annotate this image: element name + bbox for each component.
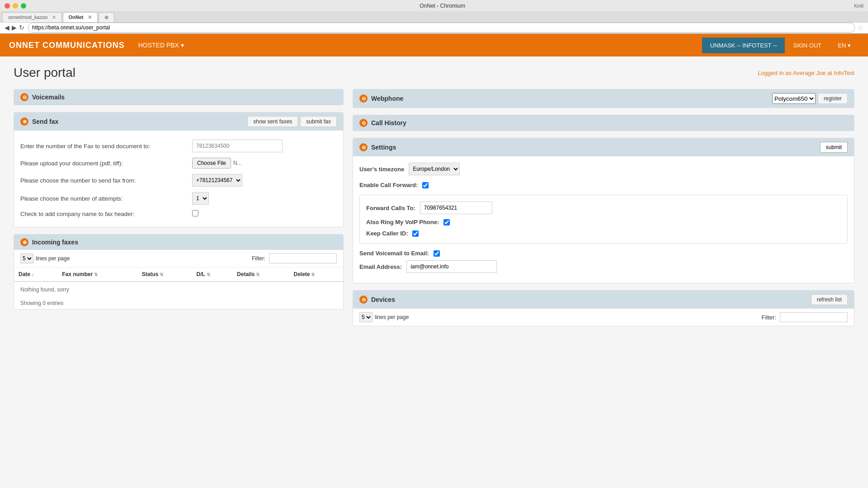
- settings-body: User's timezone Europe/London Enable Cal…: [353, 156, 854, 283]
- col-status[interactable]: Status: [137, 267, 192, 282]
- navbar: ONNET COMMUNICATIONS HOSTED PBX UNMASK -…: [0, 34, 868, 56]
- settings-icon: ⊖: [359, 143, 368, 151]
- submit-fax-button[interactable]: submit fax: [300, 116, 337, 127]
- call-forward-row: Enable Call Forward:: [359, 182, 848, 188]
- voicemail-email-row: Send Voicemail to Email:: [359, 250, 848, 257]
- address-bar-input[interactable]: [28, 23, 855, 33]
- fax-panel-actions: show sent faxes submit fax: [247, 116, 337, 127]
- keep-caller-id-label: Keep Caller ID:: [366, 230, 408, 237]
- browser-tabs: onnet/mod_kazoo ✕ OnNet ✕ ⊕: [0, 11, 868, 22]
- refresh-button[interactable]: ↻: [19, 24, 24, 31]
- tab-1[interactable]: onnet/mod_kazoo ✕: [2, 12, 62, 22]
- col-delete[interactable]: Delete: [289, 267, 344, 282]
- col-fax-number[interactable]: Fax number: [57, 267, 137, 282]
- lines-per-page-select[interactable]: 5: [20, 253, 33, 263]
- send-fax-title: Send fax: [32, 118, 58, 125]
- also-ring-checkbox[interactable]: [443, 219, 450, 225]
- send-from-label: Please choose the number to send fax fro…: [20, 177, 192, 184]
- col-details[interactable]: Details: [232, 267, 289, 282]
- also-ring-label: Also Ring My VoIP Phone:: [366, 219, 439, 225]
- upload-label: Please upload your document (pdf, tiff):: [20, 160, 192, 167]
- voicemail-email-checkbox[interactable]: [434, 250, 440, 257]
- company-name-label: Check to add company name to fax header:: [20, 211, 192, 217]
- webphone-panel: ⊖ Webphone Polycom650 register: [353, 89, 854, 108]
- col-dl[interactable]: D/L: [192, 267, 232, 282]
- webphone-device-select[interactable]: Polycom650: [772, 93, 816, 104]
- left-column: ⊖ Voicemails ⊕ Send fax show sent faxes …: [14, 89, 344, 326]
- showing-entries: Showing 0 entries: [14, 297, 343, 309]
- devices-actions: refresh list: [811, 294, 848, 305]
- navbar-menu[interactable]: HOSTED PBX: [138, 42, 184, 49]
- tab-3[interactable]: ⊕: [99, 12, 114, 22]
- send-from-select[interactable]: +78121234567: [192, 174, 242, 187]
- bookmark-icon[interactable]: ☆: [857, 23, 863, 32]
- refresh-list-button[interactable]: refresh list: [811, 294, 848, 305]
- call-history-icon: ⊖: [359, 119, 368, 127]
- browser-nav[interactable]: ◀ ▶ ↻: [5, 24, 24, 31]
- devices-filter-input[interactable]: [780, 312, 848, 322]
- settings-panel: ⊖ Settings submit User's timezone Europe…: [353, 138, 854, 283]
- page-title: User portal: [14, 66, 75, 80]
- company-name-checkbox[interactable]: [192, 210, 198, 216]
- lines-per-page-label: lines per page: [36, 255, 70, 262]
- call-history-header: ⊖ Call History: [353, 115, 854, 131]
- tab-3-label: ⊕: [104, 14, 108, 20]
- show-sent-faxes-button[interactable]: show sent faxes: [247, 116, 298, 127]
- devices-filter-label: Filter:: [762, 314, 777, 321]
- email-address-input[interactable]: [406, 260, 497, 273]
- fax-number-row: Enter the number of the Fax to send docu…: [20, 137, 337, 155]
- register-button[interactable]: register: [818, 93, 848, 104]
- tab-1-close[interactable]: ✕: [52, 14, 56, 20]
- voicemails-title: Voicemails: [32, 94, 65, 101]
- fax-number-input[interactable]: [192, 140, 283, 152]
- close-button[interactable]: [5, 3, 10, 9]
- attempts-select[interactable]: 1: [192, 192, 209, 205]
- incoming-faxes-table: Date Fax number Status D/L Details Delet…: [14, 267, 343, 282]
- page-container: User portal Logged in as Average Joe at …: [0, 56, 868, 335]
- choose-file-button[interactable]: Choose File: [192, 158, 231, 169]
- unmask-button[interactable]: UNMASK -- INFOTEST --: [702, 38, 785, 53]
- filter-input[interactable]: [269, 253, 337, 263]
- call-forward-checkbox[interactable]: [422, 182, 429, 188]
- browser-chrome: OnNet - Chromium Kirill onnet/mod_kazoo …: [0, 0, 868, 34]
- keep-caller-id-checkbox[interactable]: [412, 230, 419, 237]
- company-name-control: [192, 210, 337, 218]
- incoming-faxes-thead: Date Fax number Status D/L Details Delet…: [14, 267, 343, 282]
- back-button[interactable]: ◀: [5, 24, 9, 31]
- right-column: ⊖ Webphone Polycom650 register ⊖ Call Hi…: [353, 89, 854, 326]
- settings-submit-button[interactable]: submit: [820, 142, 848, 153]
- settings-header: ⊖ Settings submit: [353, 138, 854, 156]
- devices-title: Devices: [371, 296, 395, 303]
- voicemails-header: ⊖ Voicemails: [14, 89, 343, 105]
- devices-header: ⊖ Devices refresh list: [353, 291, 854, 309]
- attempts-control: 1: [192, 192, 337, 205]
- timezone-label: User's timezone: [359, 166, 404, 173]
- tab-1-label: onnet/mod_kazoo: [8, 14, 47, 20]
- voicemails-panel: ⊖ Voicemails: [14, 89, 344, 105]
- email-address-label: Email Address:: [359, 263, 402, 270]
- call-forward-label: Enable Call Forward:: [359, 182, 418, 188]
- forward-button[interactable]: ▶: [12, 24, 17, 31]
- devices-lines-label: lines per page: [375, 314, 409, 320]
- maximize-button[interactable]: [21, 3, 26, 9]
- hosted-pbx-menu[interactable]: HOSTED PBX: [138, 42, 184, 49]
- devices-panel: ⊖ Devices refresh list 5 lines per page …: [353, 290, 854, 326]
- timezone-select[interactable]: Europe/London: [409, 163, 460, 175]
- webphone-header: ⊖ Webphone Polycom650 register: [353, 89, 854, 108]
- tab-2-close[interactable]: ✕: [88, 14, 92, 20]
- tab-2[interactable]: OnNet ✕: [63, 12, 98, 22]
- forward-calls-to-input[interactable]: [420, 202, 492, 214]
- devices-lines-select[interactable]: 5: [359, 312, 373, 322]
- devices-controls: 5 lines per page Filter:: [353, 309, 854, 326]
- minimize-button[interactable]: [13, 3, 18, 9]
- incoming-faxes-header: ⊕ Incoming faxes: [14, 235, 343, 250]
- send-fax-panel: ⊕ Send fax show sent faxes submit fax En…: [14, 112, 344, 227]
- table-header-row: Date Fax number Status D/L Details Delet…: [14, 267, 343, 282]
- col-date[interactable]: Date: [14, 267, 57, 282]
- voicemail-email-label: Send Voicemail to Email:: [359, 250, 429, 257]
- language-button[interactable]: EN: [830, 38, 859, 53]
- timezone-row: User's timezone Europe/London: [359, 163, 848, 175]
- logged-in-prefix: Logged in as: [758, 70, 793, 76]
- window-controls[interactable]: [5, 3, 26, 9]
- signout-button[interactable]: SIGN OUT: [785, 38, 830, 53]
